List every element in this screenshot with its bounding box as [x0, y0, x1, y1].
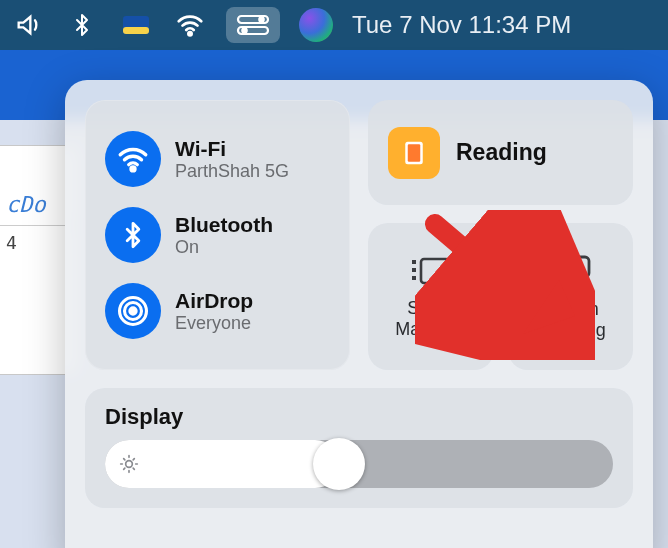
- bluetooth-menubar-icon[interactable]: [64, 7, 100, 43]
- desktop-area: cDo 4 Wi-Fi ParthShah 5G: [0, 50, 668, 548]
- reading-focus-icon: [388, 127, 440, 179]
- screen-mirroring-button[interactable]: Screen Mirroring: [508, 223, 634, 370]
- focus-toggle[interactable]: Reading: [368, 100, 633, 205]
- brightness-fill: [105, 440, 339, 488]
- notification-app-icon[interactable]: [118, 7, 154, 43]
- display-title: Display: [105, 404, 613, 430]
- svg-point-4: [259, 17, 263, 21]
- screen-mirroring-label: Screen Mirroring: [535, 299, 606, 340]
- svg-point-6: [242, 28, 246, 32]
- screen-mirroring-icon: [547, 253, 593, 293]
- control-center-panel: Wi-Fi ParthShah 5G Bluetooth On: [65, 80, 653, 548]
- svg-rect-15: [412, 276, 416, 280]
- stage-manager-button[interactable]: Stage Manager: [368, 223, 494, 370]
- svg-point-8: [130, 308, 136, 314]
- airdrop-subtitle: Everyone: [175, 313, 253, 334]
- svg-rect-16: [421, 259, 449, 283]
- airdrop-title: AirDrop: [175, 289, 253, 313]
- right-column: Reading Stage Manager Screen Mirroring: [368, 100, 633, 370]
- svg-point-7: [131, 167, 135, 171]
- display-card: Display: [85, 388, 633, 508]
- stage-manager-label: Stage Manager: [395, 298, 466, 339]
- wifi-title: Wi-Fi: [175, 137, 289, 161]
- bluetooth-icon: [105, 207, 161, 263]
- siri-icon[interactable]: [298, 7, 334, 43]
- bluetooth-title: Bluetooth: [175, 213, 273, 237]
- svg-rect-18: [551, 265, 579, 285]
- bluetooth-subtitle: On: [175, 237, 273, 258]
- brightness-slider[interactable]: [105, 440, 613, 488]
- wifi-text: Wi-Fi ParthShah 5G: [175, 137, 289, 182]
- brightness-knob[interactable]: [313, 438, 365, 490]
- wifi-toggle[interactable]: Wi-Fi ParthShah 5G: [101, 121, 334, 197]
- control-center-menubar-icon[interactable]: [226, 7, 280, 43]
- control-center-top: Wi-Fi ParthShah 5G Bluetooth On: [85, 100, 633, 370]
- svg-rect-14: [412, 268, 416, 272]
- tiles-row: Stage Manager Screen Mirroring: [368, 223, 633, 370]
- stage-manager-icon: [409, 254, 453, 292]
- brightness-icon: [119, 454, 139, 474]
- svg-rect-12: [408, 144, 421, 162]
- connectivity-card: Wi-Fi ParthShah 5G Bluetooth On: [85, 100, 350, 370]
- airdrop-icon: [105, 283, 161, 339]
- wifi-menubar-icon[interactable]: [172, 7, 208, 43]
- wifi-subtitle: ParthShah 5G: [175, 161, 289, 182]
- airdrop-toggle[interactable]: AirDrop Everyone: [101, 273, 334, 349]
- bluetooth-text: Bluetooth On: [175, 213, 273, 258]
- wifi-icon: [105, 131, 161, 187]
- focus-label: Reading: [456, 139, 547, 166]
- svg-point-2: [188, 32, 191, 35]
- svg-rect-13: [412, 260, 416, 264]
- airdrop-text: AirDrop Everyone: [175, 289, 253, 334]
- bluetooth-toggle[interactable]: Bluetooth On: [101, 197, 334, 273]
- svg-point-20: [126, 461, 133, 468]
- menubar: Tue 7 Nov 11:34 PM: [0, 0, 668, 50]
- audio-icon[interactable]: [10, 7, 46, 43]
- svg-rect-1: [123, 27, 149, 34]
- menubar-datetime[interactable]: Tue 7 Nov 11:34 PM: [352, 11, 571, 39]
